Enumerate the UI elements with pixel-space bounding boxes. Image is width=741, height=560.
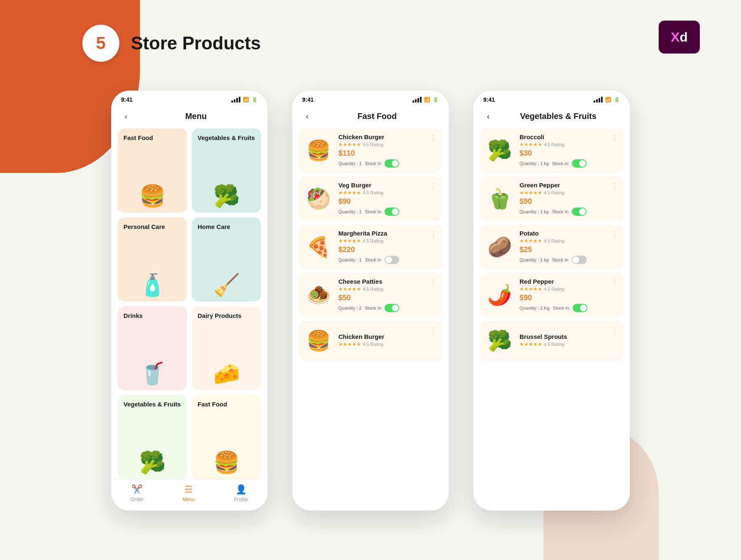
more-dots[interactable]: ⋮: [611, 182, 618, 191]
phones-container: 9:41 📶 🔋 ‹ Menu Fast Food 🍔: [0, 91, 741, 511]
back-button-2[interactable]: ‹: [301, 110, 314, 123]
product-price: $90: [520, 197, 606, 206]
menu-card-fast-food[interactable]: Fast Food 🍔: [118, 128, 187, 212]
more-dots[interactable]: ⋮: [430, 133, 437, 142]
menu-card-personal-care[interactable]: Personal Care 🧴: [118, 217, 187, 301]
menu-card-image: 🧴: [124, 233, 181, 296]
battery-icon: 🔋: [252, 97, 258, 103]
more-dots[interactable]: ⋮: [430, 230, 437, 239]
rating-text: 4.5 Rating: [544, 342, 564, 347]
product-info-green-pepper: Green Pepper ★★★★★ 4.5 Rating $90 Quanti…: [520, 182, 606, 216]
product-info-chicken-burger2: Chicken Burger ★★★★★ 4.5 Rating: [338, 333, 425, 349]
stars: ★★★★★: [520, 142, 542, 147]
xd-badge: Xd: [659, 21, 700, 54]
product-margherita[interactable]: 🍕 Margherita Pizza ★★★★★ 4.5 Rating $220…: [299, 225, 442, 269]
star-row: ★★★★★ 4.5 Rating: [338, 142, 425, 147]
product-img-veg-burger: 🥙: [304, 184, 333, 214]
product-chicken-burger[interactable]: 🍔 Chicken Burger ★★★★★ 4.5 Rating $110 Q…: [299, 128, 442, 173]
product-brussel-sprouts[interactable]: 🥦 Brussel Sprouts ★★★★★ 4.5 Rating ⋮: [480, 321, 623, 361]
nav-profile-label: Profile: [234, 497, 248, 502]
more-dots[interactable]: ⋮: [430, 182, 437, 191]
nav-order[interactable]: ✂️ Order: [131, 484, 144, 502]
rating-text: 4.5 Rating: [544, 238, 564, 243]
product-red-pepper[interactable]: 🌶️ Red Pepper ★★★★★ 4.5 Rating $90 Quant…: [480, 273, 623, 317]
product-info-potato: Potato ★★★★★ 4.5 Rating $25 Quantity : 1…: [520, 230, 606, 264]
product-broccoli[interactable]: 🥦 Broccoli ★★★★★ 4.5 Rating $30 Quantity…: [480, 128, 623, 173]
stock-label: Stock In: [552, 161, 569, 166]
more-dots[interactable]: ⋮: [611, 230, 618, 239]
menu-card-image: 🍔: [198, 411, 255, 473]
menu-card-image: 🥦: [198, 145, 255, 207]
battery-icon-2: 🔋: [433, 97, 439, 103]
fast-food2-icon: 🍔: [213, 452, 240, 473]
product-chicken-burger2[interactable]: 🍔 Chicken Burger ★★★★★ 4.5 Rating ⋮: [299, 321, 442, 361]
product-bottom: Quantity : 2 Stock In: [338, 304, 425, 312]
menu-card-veg2[interactable]: Vegetables & Fruits 🥦: [118, 395, 187, 479]
product-name: Potato: [520, 230, 606, 237]
phone-menu: 9:41 📶 🔋 ‹ Menu Fast Food 🍔: [111, 91, 268, 511]
product-potato[interactable]: 🥔 Potato ★★★★★ 4.5 Rating $25 Quantity :…: [480, 225, 623, 269]
product-bottom: Quantity : 2 Kg Stock In: [520, 304, 606, 312]
more-dots[interactable]: ⋮: [611, 133, 618, 142]
product-green-pepper[interactable]: 🫑 Green Pepper ★★★★★ 4.5 Rating $90 Quan…: [480, 177, 623, 221]
product-img-broccoli: 🥦: [485, 136, 515, 166]
menu-card-label: Fast Food: [198, 401, 255, 408]
stock-toggle[interactable]: [572, 159, 587, 168]
menu-card-home-care[interactable]: Home Care 🧹: [192, 217, 261, 301]
product-price: $220: [338, 245, 425, 254]
signal-icon-3: [594, 97, 603, 103]
star-row: ★★★★★ 4.5 Rating: [520, 341, 606, 347]
stock-toggle[interactable]: [384, 159, 399, 168]
product-img-cheese-patties: 🧆: [304, 280, 333, 310]
stock-toggle[interactable]: [573, 304, 587, 312]
menu-card-label: Fast Food: [124, 134, 181, 141]
rating-text: 4.5 Rating: [363, 190, 383, 195]
stock-toggle[interactable]: [384, 304, 399, 312]
menu-card-vegetables[interactable]: Vegetables & Fruits 🥦: [192, 128, 261, 212]
more-dots[interactable]: ⋮: [430, 326, 437, 335]
back-button-3[interactable]: ‹: [482, 110, 495, 123]
nav-profile[interactable]: 👤 Profile: [234, 484, 248, 502]
stars: ★★★★★: [338, 286, 361, 292]
product-veg-burger[interactable]: 🥙 Veg Burger ★★★★★ 4.5 Rating $90 Quanti…: [299, 177, 442, 221]
status-icons-3: 📶 🔋: [594, 97, 620, 103]
menu-card-image: 🥤: [124, 322, 181, 385]
menu-card-label: Dairy Products: [198, 312, 255, 319]
stars: ★★★★★: [338, 142, 361, 147]
back-button-1[interactable]: ‹: [119, 110, 133, 123]
stock-toggle[interactable]: [572, 256, 587, 264]
bottom-nav: ✂️ Order ☰ Menu 👤 Profile: [111, 479, 268, 511]
more-dots[interactable]: ⋮: [430, 278, 437, 287]
more-dots[interactable]: ⋮: [611, 278, 618, 287]
menu-card-label: Home Care: [198, 223, 255, 230]
product-info-brussel-sprouts: Brussel Sprouts ★★★★★ 4.5 Rating: [520, 333, 606, 349]
menu-card-fast-food2[interactable]: Fast Food 🍔: [192, 395, 261, 479]
product-bottom: Quantity : 1 kg Stock In: [520, 159, 606, 168]
xd-text: Xd: [671, 30, 688, 45]
stock-toggle[interactable]: [384, 208, 399, 216]
star-row: ★★★★★ 4.5 Rating: [338, 238, 425, 244]
menu-card-label: Vegetables & Fruits: [198, 134, 255, 141]
quantity-text: Quantity : 2: [338, 306, 361, 310]
stock-toggle[interactable]: [572, 208, 587, 216]
nav-menu[interactable]: ☰ Menu: [182, 484, 195, 502]
screen-title-3: Vegetables & Fruits: [495, 112, 622, 121]
quantity-text: Quantity : 1: [338, 257, 361, 262]
vegetables-icon: 🥦: [213, 185, 240, 207]
page-header: 5 Store Products: [82, 25, 261, 62]
menu-icon: ☰: [184, 484, 193, 495]
status-time-3: 9:41: [483, 96, 495, 103]
product-info-veg-burger: Veg Burger ★★★★★ 4.5 Rating $90 Quantity…: [338, 182, 425, 216]
phone-fast-food: 9:41 📶 🔋 ‹ Fast Food 🍔 Chicken Burger: [292, 91, 449, 511]
product-cheese-patties[interactable]: 🧆 Cheese Patties ★★★★★ 4.5 Rating $50 Qu…: [299, 273, 442, 317]
product-info-broccoli: Broccoli ★★★★★ 4.5 Rating $30 Quantity :…: [520, 133, 606, 168]
stars: ★★★★★: [520, 286, 542, 292]
product-info-chicken-burger: Chicken Burger ★★★★★ 4.5 Rating $110 Qua…: [338, 133, 425, 168]
page-number: 5: [82, 25, 119, 62]
nav-order-label: Order: [131, 497, 144, 502]
screen-title-2: Fast Food: [314, 112, 440, 121]
menu-card-drinks[interactable]: Drinks 🥤: [118, 306, 187, 390]
menu-card-dairy[interactable]: Dairy Products 🧀: [192, 306, 261, 390]
more-dots[interactable]: ⋮: [611, 326, 618, 335]
stock-toggle[interactable]: [384, 256, 399, 264]
